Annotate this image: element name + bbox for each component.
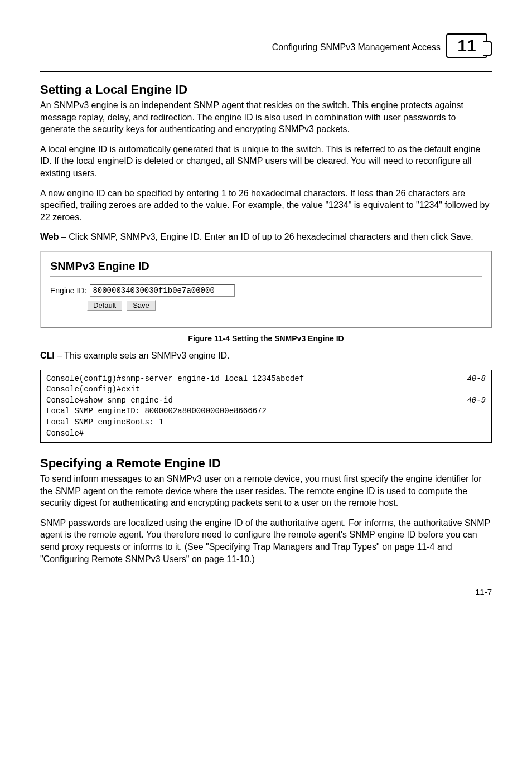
page-header: Configuring SNMPv3 Management Access 11 bbox=[40, 33, 492, 61]
cli-intro-rest: – This example sets an SNMPv3 engine ID. bbox=[55, 351, 230, 360]
widget-title: SNMPv3 Engine ID bbox=[50, 260, 482, 273]
cli-line1-cmd: Console(config)#snmp-server engine-id lo… bbox=[46, 374, 304, 385]
figure-caption: Figure 11-4 Setting the SNMPv3 Engine ID bbox=[40, 334, 492, 343]
cli-intro: CLI – This example sets an SNMPv3 engine… bbox=[40, 350, 492, 362]
engine-id-widget: SNMPv3 Engine ID Engine ID: Default Save bbox=[40, 251, 492, 328]
button-row: Default Save bbox=[87, 300, 482, 311]
save-button[interactable]: Save bbox=[127, 300, 156, 311]
engine-id-label: Engine ID: bbox=[50, 286, 86, 295]
para-local-4-rest: – Click SNMP, SNMPv3, Engine ID. Enter a… bbox=[59, 232, 473, 241]
engine-id-row: Engine ID: bbox=[50, 284, 482, 297]
cli-line5: Local SNMP engineBoots: 1 bbox=[46, 418, 163, 427]
section-title-local-engine: Setting a Local Engine ID bbox=[40, 83, 492, 97]
section-title-remote-engine: Specifying a Remote Engine ID bbox=[40, 456, 492, 471]
para-remote-1: To send inform messages to an SNMPv3 use… bbox=[40, 473, 492, 509]
para-local-1: An SNMPv3 engine is an independent SNMP … bbox=[40, 99, 492, 136]
cli-output: Console(config)#snmp-server engine-id lo… bbox=[40, 370, 492, 443]
cli-line6: Console# bbox=[46, 429, 84, 438]
widget-rule bbox=[50, 276, 482, 277]
para-remote-2: SNMP passwords are localized using the e… bbox=[40, 517, 492, 565]
page-number: 11-7 bbox=[40, 587, 492, 597]
default-button[interactable]: Default bbox=[87, 300, 122, 311]
para-local-3: A new engine ID can be specified by ente… bbox=[40, 187, 492, 224]
web-label: Web bbox=[40, 232, 59, 241]
chapter-number: 11 bbox=[446, 33, 487, 58]
cli-line3-cmd: Console#show snmp engine-id bbox=[46, 395, 173, 407]
cli-line2: Console(config)#exit bbox=[46, 385, 140, 394]
cli-line4: Local SNMP engineID: 8000002a8000000000e… bbox=[46, 407, 267, 415]
chapter-badge: 11 bbox=[446, 33, 492, 61]
running-title: Configuring SNMPv3 Management Access bbox=[272, 42, 441, 52]
cli-line3-ref: 40-9 bbox=[467, 395, 486, 407]
para-local-4: Web – Click SNMP, SNMPv3, Engine ID. Ent… bbox=[40, 231, 492, 243]
para-local-2: A local engine ID is automatically gener… bbox=[40, 143, 492, 180]
engine-id-input[interactable] bbox=[90, 284, 235, 297]
header-rule bbox=[40, 71, 492, 72]
cli-label: CLI bbox=[40, 351, 55, 360]
cli-line1-ref: 40-8 bbox=[467, 374, 486, 385]
